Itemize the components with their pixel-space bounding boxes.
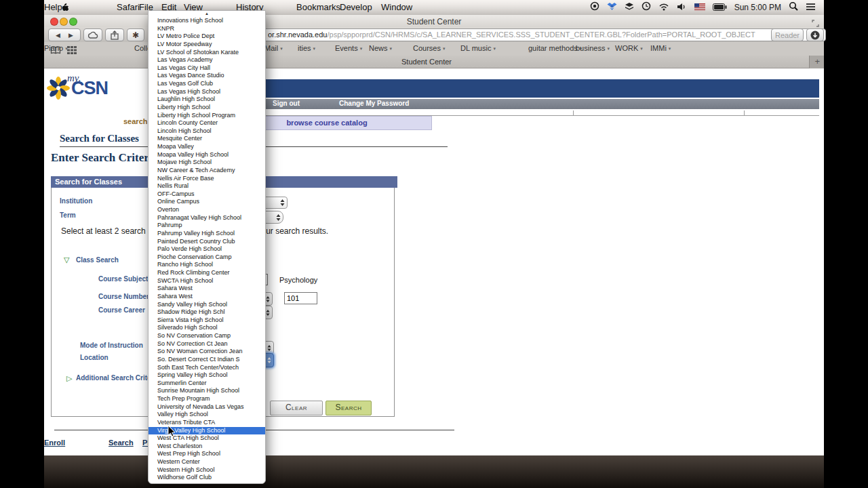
bookmark-folder-item[interactable]: Mail▾ — [264, 44, 283, 52]
location-option[interactable]: Pioche Conservation Camp — [149, 253, 265, 262]
search-button[interactable]: Search — [326, 401, 372, 415]
location-option[interactable]: LV Motor Speedway — [149, 41, 265, 49]
location-option[interactable]: Mojave High School — [149, 159, 265, 167]
menu-item[interactable]: Develop — [340, 2, 372, 12]
location-option[interactable]: Pahranagat Valley High School — [149, 214, 265, 222]
location-option[interactable]: NW Career & Tech Academy — [149, 167, 265, 175]
layers-stack-icon[interactable] — [625, 1, 634, 14]
location-option[interactable]: Las Vegas Dance Studio — [149, 72, 265, 80]
menu-item[interactable]: Bookmarks — [296, 2, 340, 12]
bookmark-folder-item[interactable]: guitar methods▾ — [528, 44, 582, 52]
location-option[interactable]: Western Center — [149, 458, 265, 466]
footer-link[interactable]: Enroll — [44, 439, 65, 447]
location-option[interactable]: So. Desert Correct Ct Indian S — [149, 356, 265, 364]
share-button[interactable] — [105, 28, 124, 41]
location-option[interactable]: Lincoln High School — [149, 127, 265, 136]
menu-clock[interactable]: Sun 5:00 PM — [734, 3, 781, 12]
location-option[interactable]: Moapa Valley High School — [149, 151, 265, 159]
location-option[interactable]: Summerlin Center — [149, 380, 265, 388]
bookmark-folder-item[interactable]: business▾ — [576, 44, 610, 52]
location-option[interactable]: Sunrise Mountain High School — [149, 387, 265, 395]
address-bar[interactable]: or.shr.nevada.edu/psp/spporprd/CSN/HRMS/… — [210, 28, 826, 41]
location-option[interactable]: Nellis Air Force Base — [149, 175, 265, 183]
location-option[interactable]: Online Campus — [149, 198, 265, 206]
location-option[interactable]: Laughlin High School — [149, 96, 265, 104]
reader-button[interactable]: Reader — [771, 28, 804, 41]
footer-link[interactable]: Search — [108, 439, 134, 447]
location-option[interactable]: OFF-Campus — [149, 190, 265, 199]
location-option[interactable]: West Charleston — [149, 443, 265, 451]
forward-button[interactable]: ▶ — [64, 32, 77, 39]
bookmark-folder-item[interactable]: News▾ — [369, 44, 392, 52]
location-option[interactable]: SWCTA High School — [149, 277, 265, 285]
input-language-flag-icon[interactable] — [694, 1, 705, 14]
location-option[interactable]: Sahara West — [149, 285, 265, 293]
location-option[interactable]: Sahara West — [149, 293, 265, 301]
location-option[interactable]: Red Rock Climbing Center — [149, 269, 265, 277]
location-option[interactable]: Moapa Valley — [149, 143, 265, 151]
location-option[interactable]: Liberty High School — [149, 104, 265, 112]
location-option[interactable]: Las Vegas Golf Club — [149, 80, 265, 88]
location-option[interactable]: Las Vegas City Hall — [149, 64, 265, 73]
wifi-icon[interactable] — [658, 1, 669, 14]
location-option[interactable]: LV School of Shotokan Karate — [149, 49, 265, 57]
location-option[interactable]: Wildhorse Golf Club — [149, 474, 265, 482]
new-tab-button[interactable]: + — [814, 56, 820, 66]
location-option[interactable]: Valley High School — [149, 411, 265, 419]
location-option[interactable]: Las Vegas Academy — [149, 56, 265, 64]
location-option[interactable]: Painted Desert Country Club — [149, 238, 265, 246]
notification-center-icon[interactable] — [806, 1, 816, 14]
location-option[interactable]: So NV Conservation Camp — [149, 332, 265, 340]
bookmark-folder-item[interactable]: Events▾ — [335, 44, 362, 52]
time-machine-icon[interactable] — [642, 1, 651, 14]
location-option[interactable]: Western High School — [149, 466, 265, 474]
location-option[interactable]: Lincoln County Center — [149, 119, 265, 127]
battery-icon[interactable] — [713, 1, 727, 14]
spotlight-icon[interactable] — [789, 1, 798, 14]
location-option[interactable]: Soth East Tech Center/Votech — [149, 364, 265, 372]
icloud-tabs-button[interactable] — [83, 28, 102, 41]
location-option[interactable]: Innovations High School — [149, 17, 265, 25]
location-option[interactable]: Veterans Tribute CTA — [149, 419, 265, 427]
location-option[interactable]: Spring Valley High School — [149, 371, 265, 380]
location-option[interactable]: Pahrump Valley High School — [149, 230, 265, 238]
class-search-open-triangle-icon[interactable]: ▽ — [64, 256, 69, 264]
menu-item[interactable]: Help — [44, 2, 62, 12]
scroll-up-arrow-icon[interactable]: ▲ — [149, 11, 265, 17]
course-number-input[interactable] — [284, 292, 317, 304]
downloads-button[interactable] — [806, 28, 824, 41]
menu-item[interactable]: Window — [381, 2, 412, 12]
bookmark-folder-item[interactable]: Piano▾ — [44, 44, 68, 52]
location-option[interactable]: LV Metro Police Dept — [149, 33, 265, 41]
location-option[interactable]: Nellis Rural — [149, 182, 265, 190]
screen-record-icon[interactable] — [590, 1, 599, 14]
bookmark-folder-item[interactable]: DL music▾ — [460, 44, 496, 52]
volume-icon[interactable] — [677, 1, 687, 14]
bookmark-folder-item[interactable]: IMMi▾ — [650, 44, 671, 52]
location-option[interactable]: Palo Verde High School — [149, 245, 265, 253]
bookmark-folder-item[interactable]: WORK▾ — [615, 44, 643, 52]
change-password-link[interactable]: Change My Password — [339, 100, 409, 107]
location-option[interactable]: KNPR — [149, 25, 265, 33]
location-option[interactable]: Mesquite Center — [149, 135, 265, 143]
additional-criteria-closed-triangle-icon[interactable]: ▷ — [66, 374, 72, 383]
menu-item[interactable]: Safari — [117, 2, 140, 12]
dropbox-icon[interactable] — [607, 1, 617, 14]
location-option[interactable]: Rancho High School — [149, 261, 265, 269]
location-option[interactable]: Tech Prep Program — [149, 395, 265, 403]
extension-button[interactable]: ✱ — [127, 28, 144, 41]
location-option[interactable]: Liberty High School Program — [149, 112, 265, 120]
bookmark-folder-item[interactable]: Courses▾ — [413, 44, 445, 52]
bookmark-folder-item[interactable]: ities▾ — [298, 44, 315, 52]
location-option[interactable]: Pahrump — [149, 222, 265, 230]
location-option[interactable]: Virgin Valley High School — [149, 427, 265, 435]
location-option[interactable]: Las Vegas High School — [149, 88, 265, 96]
location-option[interactable]: Shadow Ridge High Schl — [149, 308, 265, 317]
back-button[interactable]: ◀ — [52, 32, 64, 39]
clear-button[interactable]: Clear — [270, 401, 323, 415]
location-option[interactable]: Silverado High School — [149, 324, 265, 332]
location-option[interactable]: So NV Correction Ct Jean — [149, 340, 265, 348]
location-option[interactable]: West CTA High School — [149, 434, 265, 443]
location-option[interactable]: University of Nevada Las Vegas — [149, 403, 265, 411]
search-tab-label[interactable]: search — [123, 117, 147, 125]
